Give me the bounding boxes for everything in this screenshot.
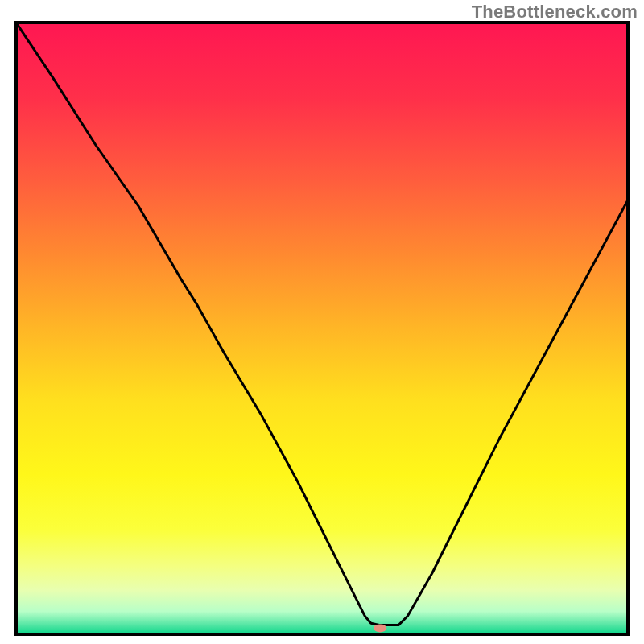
chart-container: TheBottleneck.com bbox=[0, 0, 644, 644]
gradient-background bbox=[18, 24, 626, 633]
bottleneck-chart bbox=[0, 0, 644, 644]
optimal-marker bbox=[374, 624, 386, 632]
watermark-text: TheBottleneck.com bbox=[472, 2, 638, 23]
